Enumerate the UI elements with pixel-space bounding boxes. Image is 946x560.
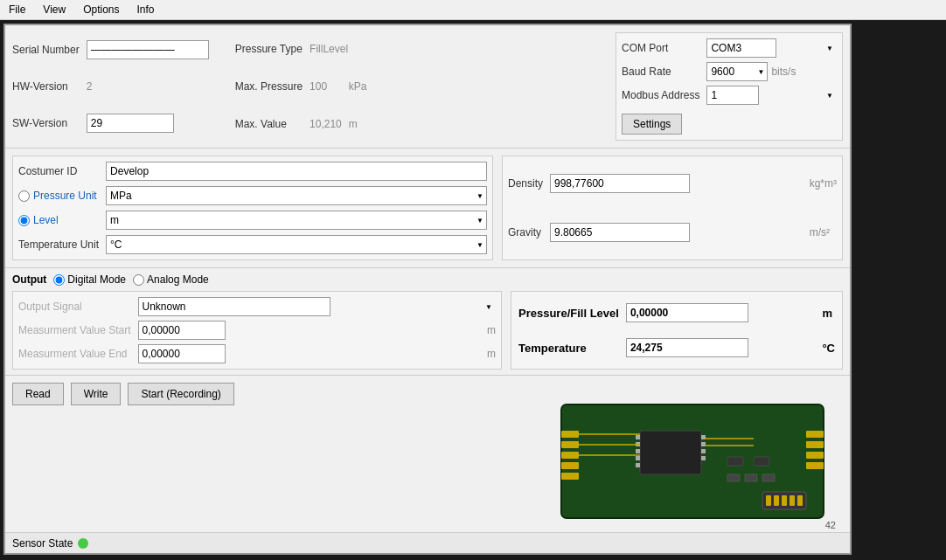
pressure-unit-radio[interactable] [18,190,30,202]
menu-view[interactable]: View [39,2,69,17]
temperature-unit: °C [822,342,835,355]
max-value-value: 10,210 [310,118,342,130]
pcb-image [553,378,850,553]
svg-rect-13 [636,449,640,453]
serial-number-input[interactable] [87,40,209,59]
status-indicator [78,538,88,549]
svg-rect-6 [806,431,824,438]
temp-unit-select-wrapper: °C°FK [106,235,487,254]
pressure-fill-input[interactable] [626,303,748,322]
svg-rect-8 [806,452,824,459]
svg-rect-31 [766,495,771,506]
svg-rect-26 [754,457,769,466]
hw-version-label: HW-Version [12,80,80,93]
com-port-select[interactable]: COM3 [706,38,776,58]
menu-options[interactable]: Options [80,2,122,17]
settings-button[interactable]: Settings [622,114,682,135]
analog-mode-option[interactable]: Analog Mode [133,273,209,286]
max-value-unit: m [349,118,367,130]
meas-start-unit: m [487,324,496,336]
gravity-input[interactable] [550,223,690,242]
sensor-state-label: Sensor State [12,537,73,550]
meas-end-unit: m [487,348,496,360]
max-value-label: Max. Value [235,118,303,130]
meas-end-input[interactable] [138,344,226,363]
output-section: Output Digital Mode Analog Mode Output S… [5,268,850,376]
max-pressure-value: 100 [310,80,342,93]
output-label: Output [12,273,46,286]
svg-rect-1 [561,431,579,438]
baud-rate-label: Baud Rate [622,66,699,78]
level-select[interactable]: mcmmmft [106,211,487,230]
svg-rect-11 [636,435,640,439]
modbus-address-select[interactable]: 1 [706,86,759,105]
write-button[interactable]: Write [71,383,122,405]
gravity-label: Gravity [508,226,543,239]
baud-rate-unit: bits/s [771,66,796,78]
temperature-input[interactable] [626,338,748,357]
svg-rect-28 [745,474,757,481]
svg-rect-5 [561,473,579,480]
svg-rect-16 [701,435,706,439]
signal-select[interactable]: Unknown4-20mA0-10V [138,297,330,316]
density-unit: kg*m³ [810,177,837,190]
analog-mode-label: Analog Mode [147,273,209,286]
max-pressure-label: Max. Pressure [235,80,303,93]
svg-rect-7 [806,441,824,448]
svg-rect-9 [806,462,824,469]
svg-rect-4 [561,462,579,469]
svg-rect-32 [774,495,779,506]
level-select-wrapper: mcmmmft [106,211,487,230]
menu-info[interactable]: Info [134,2,158,17]
density-input[interactable] [550,174,690,193]
pressure-fill-label: Pressure/Fill Level [518,307,619,320]
start-recording-button[interactable]: Start (Recording) [128,383,233,405]
meas-end-label: Measurment Value End [18,348,131,360]
temperature-label: Temperature [518,342,619,355]
max-pressure-unit: kPa [349,80,367,93]
temp-unit-label: Temperature Unit [18,239,99,251]
svg-rect-29 [762,474,775,481]
analog-mode-radio[interactable] [133,274,144,286]
top-section: Serial Number HW-Version 2 SW-Version Pr… [5,25,850,149]
level-radio[interactable] [18,215,30,226]
digital-mode-radio[interactable] [53,274,65,286]
svg-rect-33 [782,495,787,506]
pressure-unit-select[interactable]: MPakPabarpsi [106,186,487,205]
svg-rect-2 [561,441,579,448]
serial-number-label: Serial Number [12,44,80,56]
level-radio-label: Level [18,214,99,226]
svg-rect-34 [789,495,795,506]
menu-bar: File View Options Info [0,0,946,20]
meas-start-input[interactable] [138,321,226,340]
hw-version-value: 2 [87,80,209,93]
output-body: Output Signal Unknown4-20mA0-10V Measurm… [12,291,843,370]
version-label: 42 [825,520,836,530]
svg-rect-10 [640,431,701,474]
sw-version-input[interactable] [87,114,174,133]
svg-rect-14 [636,456,640,460]
menu-file[interactable]: File [5,2,29,17]
digital-mode-label: Digital Mode [67,273,126,286]
svg-rect-19 [701,456,706,460]
pressure-type-label: Pressure Type [235,43,303,55]
pressure-fill-unit: m [822,307,835,320]
signal-select-wrapper: Unknown4-20mA0-10V [138,297,496,316]
svg-rect-35 [797,495,803,506]
read-button[interactable]: Read [12,383,64,405]
pressure-unit-radio-label: Pressure Unit [18,190,99,202]
com-port-label: COM Port [622,42,699,54]
digital-mode-option[interactable]: Digital Mode [53,273,126,286]
modbus-address-label: Modbus Address [622,89,699,101]
pressure-type-value: FillLevel [310,43,366,55]
main-window: Serial Number HW-Version 2 SW-Version Pr… [3,24,852,555]
customer-id-label: Costumer ID [18,165,99,177]
svg-rect-18 [701,449,706,453]
customer-id-input[interactable] [106,162,487,181]
mid-section: Costumer ID Pressure Unit MPakPabarpsi L… [5,149,850,268]
signal-label: Output Signal [18,301,131,313]
baud-rate-select[interactable]: 9600 [706,62,768,81]
svg-rect-25 [727,457,743,466]
temp-unit-select[interactable]: °C°FK [106,235,487,254]
sw-version-label: SW-Version [12,117,80,129]
